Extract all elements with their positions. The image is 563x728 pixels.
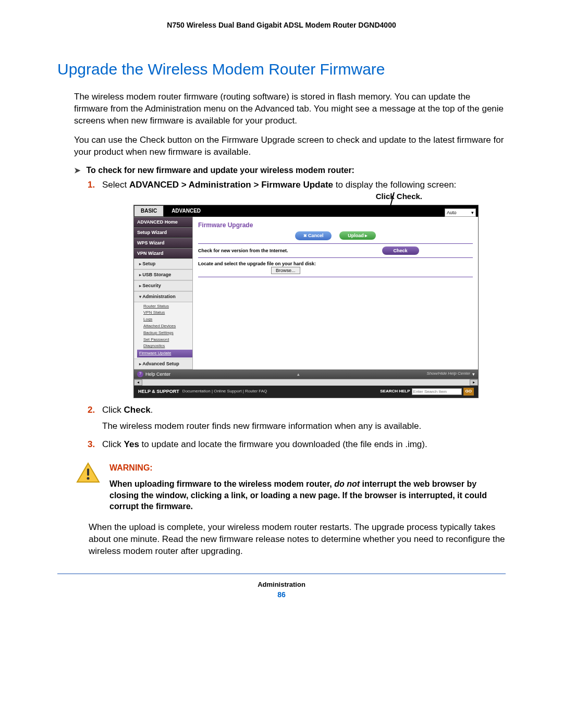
main-panel: Firmware Upgrade Cancel Upload Check for…: [193, 217, 478, 369]
procedure-text: To check for new firmware and update you…: [86, 166, 354, 175]
cancel-button[interactable]: Cancel: [295, 231, 332, 240]
tab-bar: BASIC ADVANCED Auto ▾: [134, 205, 478, 217]
help-label: Help Center: [145, 371, 170, 377]
go-button[interactable]: GO: [463, 388, 474, 396]
scroll-right-icon[interactable]: ▸: [470, 379, 478, 386]
language-select[interactable]: Auto ▾: [445, 208, 476, 217]
closing-paragraph: When the upload is complete, your wirele…: [89, 522, 506, 558]
chevron-down-icon: ▾: [472, 371, 475, 377]
subnav-diagnostics[interactable]: Diagnostics: [143, 343, 192, 350]
step2-post: .: [151, 405, 153, 415]
warning-box: WARNING: When uploading firmware to the …: [76, 462, 506, 512]
nav-setup-wizard[interactable]: Setup Wizard: [134, 227, 192, 238]
sidebar: ADVANCED Home Setup Wizard WPS Wizard VP…: [134, 217, 193, 369]
warn-ital: do not: [334, 479, 360, 488]
subnav-router-status[interactable]: Router Status: [143, 303, 192, 310]
check-row: Check for new version from the Internet.…: [198, 243, 473, 257]
nav-wps-wizard[interactable]: WPS Wizard: [134, 238, 192, 248]
svg-point-2: [87, 477, 90, 479]
chevron-up-icon: ▴: [170, 371, 426, 377]
warn-pre: When uploading firmware to the wireless …: [109, 479, 334, 488]
subnav-backup-settings[interactable]: Backup Settings: [143, 330, 192, 337]
nav-security[interactable]: Security: [134, 280, 192, 291]
check-button[interactable]: Check: [382, 246, 419, 255]
help-showhide: Show/Hide Help Center: [426, 371, 470, 377]
subnav-attached-devices[interactable]: Attached Devices: [143, 323, 192, 330]
step2-bold: Check: [124, 405, 151, 415]
intro-paragraph-1: The wireless modem router firmware (rout…: [74, 91, 506, 127]
browse-button[interactable]: Browse...: [271, 267, 300, 274]
procedure-heading: ➤ To check for new firmware and update y…: [74, 166, 506, 175]
nav-usb-storage[interactable]: USB Storage: [134, 269, 192, 280]
tab-advanced[interactable]: ADVANCED: [165, 205, 207, 217]
nav-setup[interactable]: Setup: [134, 258, 192, 269]
subnav-firmware-update[interactable]: Firmware Update: [137, 350, 192, 357]
document-header: N750 Wireless Dual Band Gigabit ADSL Mod…: [57, 21, 506, 29]
callout-click-check: Click Check.: [102, 191, 422, 202]
subnav-logs[interactable]: Logs: [143, 316, 192, 323]
help-icon: ?: [137, 371, 143, 377]
nav-vpn-wizard[interactable]: VPN Wizard: [134, 248, 192, 258]
footer-links[interactable]: Documentation | Online Support | Router …: [182, 389, 267, 394]
help-center-bar[interactable]: ? Help Center ▴ Show/Hide Help Center ▾: [134, 369, 478, 379]
upload-button[interactable]: Upload: [339, 231, 376, 240]
step3-post: to update and locate the firmware you do…: [139, 439, 427, 449]
browse-row: Locate and select the upgrade file on yo…: [198, 257, 473, 277]
step1-pre: Select: [102, 180, 129, 190]
check-label: Check for new version from the Internet.: [198, 248, 288, 254]
help-support-label: HELP & SUPPORT: [138, 388, 179, 394]
tab-basic[interactable]: BASIC: [134, 205, 164, 217]
nav-advanced-setup[interactable]: Advanced Setup: [134, 359, 192, 369]
steps-list: Select ADVANCED > Administration > Firmw…: [88, 179, 506, 451]
browse-label: Locate and select the upgrade file on yo…: [198, 261, 316, 266]
step-1: Select ADVANCED > Administration > Firmw…: [88, 179, 506, 398]
router-screenshot: BASIC ADVANCED Auto ▾ ADVANCED Home Setu…: [133, 205, 479, 398]
step1-post: to display the following screen:: [333, 180, 456, 190]
warning-body: When uploading firmware to the wireless …: [109, 478, 506, 512]
warning-label: WARNING:: [109, 462, 506, 474]
scroll-left-icon[interactable]: ◂: [134, 379, 142, 386]
step1-bold: ADVANCED > Administration > Firmware Upd…: [129, 180, 333, 190]
admin-submenu: Router Status VPN Status Logs Attached D…: [134, 302, 192, 359]
intro-paragraph-2: You can use the Check button on the Firm…: [74, 134, 506, 158]
footer-page-number: 86: [57, 590, 506, 599]
triangle-icon: ➤: [74, 166, 81, 175]
subnav-set-password[interactable]: Set Password: [143, 337, 192, 343]
section-title: Upgrade the Wireless Modem Router Firmwa…: [57, 60, 506, 78]
subnav-vpn-status[interactable]: VPN Status: [143, 310, 192, 316]
step2-sub: The wireless modem router finds new firm…: [102, 421, 506, 433]
svg-rect-1: [87, 468, 89, 476]
step-3: Click Yes to update and locate the firmw…: [88, 439, 506, 451]
step3-bold: Yes: [124, 439, 139, 449]
language-value: Auto: [447, 209, 457, 216]
footer-section: Administration: [57, 581, 506, 588]
search-input[interactable]: [412, 388, 462, 395]
page: N750 Wireless Dual Band Gigabit ADSL Mod…: [0, 0, 563, 614]
footer-rule: [57, 573, 506, 574]
nav-advanced-home[interactable]: ADVANCED Home: [134, 217, 192, 227]
step3-pre: Click: [102, 439, 124, 449]
search-label: SEARCH HELP: [380, 389, 410, 394]
nav-administration[interactable]: Administration: [134, 291, 192, 302]
panel-title: Firmware Upgrade: [198, 221, 473, 229]
chevron-down-icon: ▾: [471, 209, 474, 216]
footer-bar: HELP & SUPPORT Documentation | Online Su…: [134, 386, 478, 398]
warning-icon: [76, 462, 100, 483]
step-2: Click Check. The wireless modem router f…: [88, 404, 506, 433]
scrollbar[interactable]: ◂ ▸: [134, 379, 478, 386]
step2-pre: Click: [102, 405, 124, 415]
